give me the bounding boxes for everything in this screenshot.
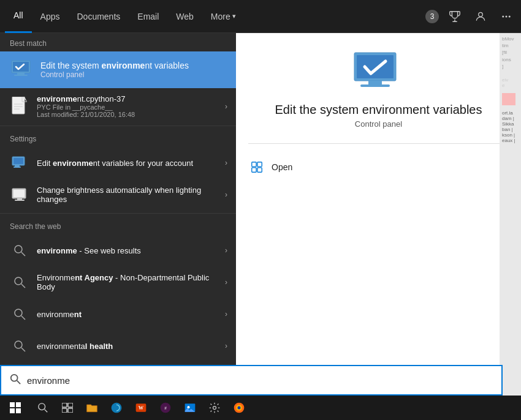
file-result-subtitle1: PYC File in __pycache__ — [37, 103, 225, 111]
svg-rect-8 — [12, 97, 25, 114]
computer-icon — [9, 58, 33, 82]
svg-rect-35 — [257, 168, 262, 172]
right-panel-app-type: Control panel — [355, 119, 402, 129]
web-item-3[interactable]: environment › — [0, 298, 236, 330]
svg-rect-17 — [13, 190, 25, 197]
svg-line-27 — [21, 348, 25, 351]
file-result-item[interactable]: environment.cpython-37 PYC File in __pyc… — [0, 89, 236, 123]
svg-rect-45 — [68, 403, 73, 407]
settings-item-2-title: Change brightness automatically when lig… — [37, 186, 225, 204]
svg-point-26 — [15, 341, 22, 348]
nav-item-documents[interactable]: Documents — [68, 0, 129, 33]
settings-env-icon — [9, 152, 31, 174]
svg-line-37 — [17, 381, 20, 384]
svg-rect-39 — [16, 402, 21, 407]
svg-line-23 — [21, 284, 25, 288]
settings-brightness-icon — [9, 184, 31, 206]
main-content: Best match Edit the system environment v… — [0, 33, 521, 398]
taskbar-office[interactable]: W — [129, 396, 153, 420]
web-item-2-content: Environment Agency - Non-Departmental Pu… — [37, 273, 225, 291]
web-item-2-chevron-icon: › — [225, 278, 227, 287]
web-item-1-title: environme - See web results — [37, 246, 225, 255]
nav-right-actions: 3 — [425, 7, 516, 26]
settings-section-label: Settings — [0, 129, 236, 147]
person-icon[interactable] — [471, 7, 490, 26]
settings-item-brightness[interactable]: Change brightness automatically when lig… — [0, 179, 236, 211]
svg-point-0 — [479, 12, 483, 17]
svg-rect-14 — [15, 165, 20, 167]
svg-rect-13 — [13, 158, 23, 164]
svg-rect-15 — [13, 167, 21, 168]
svg-point-1 — [502, 15, 504, 17]
search-input[interactable] — [27, 375, 493, 386]
taskbar-search[interactable] — [31, 396, 55, 420]
taskbar-file-explorer[interactable] — [80, 396, 104, 420]
svg-point-2 — [506, 15, 508, 17]
web-item-4-title: environmental health — [37, 342, 225, 351]
settings-item-env-vars[interactable]: Edit environment variables for your acco… — [0, 147, 236, 179]
file-result-chevron-icon: › — [225, 102, 227, 111]
taskbar: W # — [0, 396, 521, 420]
nav-item-all[interactable]: All — [5, 0, 32, 33]
svg-rect-38 — [10, 402, 15, 407]
svg-point-24 — [15, 309, 22, 317]
web-search-icon-4 — [9, 335, 31, 357]
svg-point-3 — [509, 15, 511, 17]
svg-rect-7 — [14, 75, 28, 76]
settings-item-1-title: Edit environment variables for your acco… — [37, 159, 225, 168]
search-box-container[interactable] — [0, 365, 503, 396]
taskbar-firefox[interactable] — [227, 396, 251, 420]
more-dots-icon[interactable] — [496, 7, 516, 26]
taskbar-task-view[interactable] — [55, 396, 80, 420]
right-panel: Edit the system environment variables Co… — [236, 33, 521, 398]
taskbar-edge[interactable] — [104, 396, 129, 420]
search-magnifier-icon — [10, 373, 21, 387]
web-item-1[interactable]: environme - See web results › — [0, 234, 236, 266]
best-match-label: Best match — [0, 33, 236, 51]
svg-point-42 — [39, 403, 45, 410]
web-item-4-chevron-icon: › — [225, 342, 227, 350]
settings-item-2-chevron-icon: › — [225, 190, 227, 199]
large-app-icon — [351, 51, 406, 103]
svg-line-25 — [21, 316, 25, 320]
web-search-icon-1 — [9, 239, 31, 261]
taskbar-settings-cog[interactable] — [202, 396, 227, 420]
divider-2 — [0, 213, 236, 214]
more-chevron-icon: ▾ — [232, 12, 236, 20]
svg-point-36 — [11, 375, 18, 381]
nav-item-web[interactable]: Web — [167, 0, 202, 33]
nav-item-more[interactable]: More ▾ — [202, 0, 245, 33]
web-item-3-content: environment — [37, 310, 225, 319]
web-item-2[interactable]: Environment Agency - Non-Departmental Pu… — [0, 266, 236, 298]
web-search-icon-3 — [9, 303, 31, 325]
svg-rect-40 — [10, 408, 15, 413]
svg-rect-41 — [16, 408, 21, 413]
start-button[interactable] — [0, 396, 31, 420]
open-label: Open — [272, 162, 292, 172]
svg-point-20 — [15, 246, 22, 253]
web-item-2-title: Environment Agency - Non-Departmental Pu… — [37, 273, 225, 291]
svg-line-43 — [45, 410, 48, 413]
svg-rect-18 — [17, 198, 22, 200]
svg-text:#: # — [164, 406, 167, 410]
open-action-button[interactable]: Open — [248, 154, 509, 181]
open-icon — [248, 159, 265, 176]
svg-point-22 — [15, 277, 22, 285]
best-match-item[interactable]: Edit the system environment variables Co… — [0, 51, 236, 88]
nav-item-email[interactable]: Email — [129, 0, 167, 33]
search-nav-bar: All Apps Documents Email Web More ▾ 3 — [0, 0, 521, 33]
nav-item-apps[interactable]: Apps — [32, 0, 69, 33]
svg-rect-29 — [357, 55, 394, 78]
trophy-icon[interactable] — [445, 7, 465, 26]
taskbar-photos[interactable] — [178, 396, 202, 420]
svg-rect-33 — [257, 162, 262, 167]
taskbar-slack[interactable]: # — [153, 396, 178, 420]
svg-rect-47 — [68, 408, 73, 413]
web-item-1-chevron-icon: › — [225, 246, 227, 255]
web-item-4[interactable]: environmental health › — [0, 330, 236, 362]
svg-point-57 — [238, 407, 241, 410]
web-item-3-title: environment — [37, 310, 225, 319]
settings-item-1-chevron-icon: › — [225, 159, 227, 167]
file-icon — [9, 96, 31, 118]
web-item-1-content: environme - See web results — [37, 246, 225, 255]
